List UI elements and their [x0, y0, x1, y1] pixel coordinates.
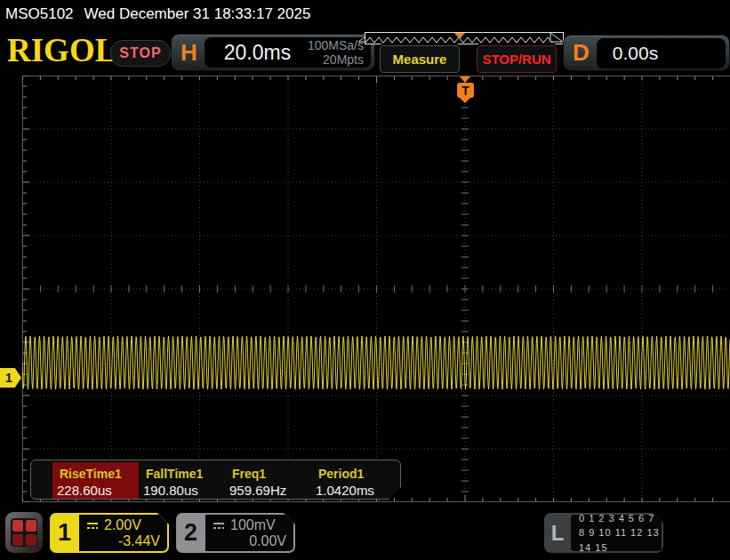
measurement-panel: RiseTime1 228.60us FallTime1 190.80us Fr… — [30, 460, 401, 500]
channel1-scale: 2.00V — [104, 517, 141, 533]
trigger-marker[interactable]: T — [457, 83, 474, 98]
digital-label: L — [544, 513, 571, 553]
dc-coupling-icon — [212, 521, 226, 531]
grid-icon — [11, 518, 37, 547]
trigger-top-triangle-icon — [460, 76, 470, 83]
channel1-offset: -3.44V — [118, 533, 160, 549]
trigger-position-indicator — [454, 33, 465, 39]
measure-button[interactable]: Measure — [380, 45, 460, 73]
measurement-item-freq[interactable]: Freq1 959.69Hz — [225, 462, 311, 499]
horizontal-settings-box[interactable]: H 20.0ms 100MSa/s 20Mpts — [171, 34, 375, 71]
rigol-logo: RIGOL — [7, 34, 116, 67]
delay-label: D — [564, 39, 597, 67]
acquisition-status-badge: STOP — [110, 40, 171, 67]
sample-rate: 100MSa/s — [308, 38, 364, 52]
channel2-block[interactable]: 2 100mV 0.00V — [176, 513, 295, 553]
measurement-item-risetime[interactable]: RiseTime1 228.60us — [52, 462, 139, 499]
digital-channels-block[interactable]: L 0 1 2 3 4 5 6 7 8 9 10 11 12 13 14 15 — [544, 513, 663, 553]
graticule — [22, 76, 730, 502]
horizontal-label: H — [172, 39, 205, 67]
waveform-ch1 — [22, 76, 730, 502]
stop-run-button[interactable]: STOP/RUN — [477, 45, 557, 73]
delay-value: 0.00s — [597, 43, 658, 64]
corner-notch-icon — [550, 32, 564, 43]
memory-depth: 20Mpts — [323, 52, 364, 67]
top-status-bar: MSO5102 Wed December 31 18:33:17 2025 — [0, 0, 730, 28]
channel1-offset-marker[interactable]: 1 — [0, 368, 21, 388]
measurement-item-period[interactable]: Period1 1.0420ms — [311, 462, 397, 499]
channel2-offset: 0.00V — [249, 533, 286, 549]
datetime: Wed December 31 18:33:17 2025 — [84, 5, 311, 23]
windows-menu-button[interactable] — [5, 512, 43, 553]
measurement-item-falltime[interactable]: FallTime1 190.80us — [139, 462, 225, 499]
digital-row2: 8 9 10 11 12 13 14 15 — [579, 525, 662, 555]
model-name: MSO5102 — [5, 5, 74, 23]
delay-settings-box[interactable]: D 0.00s — [563, 35, 730, 71]
digital-row1: 0 1 2 3 4 5 6 7 — [579, 511, 662, 526]
channel2-number: 2 — [176, 513, 205, 553]
timebase-value: 20.0ms — [205, 41, 308, 65]
channel1-number: 1 — [50, 513, 79, 553]
channel1-block[interactable]: 1 2.00V -3.44V — [50, 513, 169, 553]
dc-coupling-icon — [85, 521, 100, 531]
channel2-scale: 100mV — [230, 517, 276, 533]
